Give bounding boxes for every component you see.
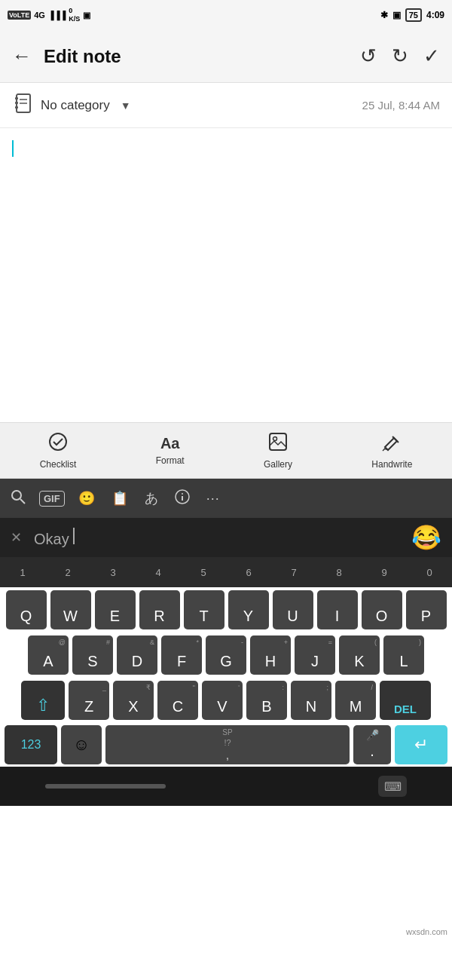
save-button[interactable]: ✓: [423, 44, 440, 68]
key-n[interactable]: ;N: [291, 681, 331, 720]
key-a[interactable]: @A: [28, 635, 69, 675]
notebook-icon: [12, 93, 33, 118]
format-icon: Aa: [160, 435, 180, 452]
period-key[interactable]: 🎤 .: [353, 725, 391, 764]
shift-icon: ⇧: [36, 696, 50, 715]
num-6[interactable]: 6: [226, 567, 271, 578]
key-m[interactable]: /M: [335, 681, 376, 720]
format-button[interactable]: Aa Format: [156, 435, 185, 466]
checklist-button[interactable]: Checklist: [40, 432, 77, 470]
key-l[interactable]: )L: [383, 635, 424, 675]
more-options-icon[interactable]: ···: [203, 488, 223, 510]
key-z[interactable]: _Z: [69, 681, 109, 720]
info-icon[interactable]: [172, 486, 193, 511]
key-f[interactable]: *F: [161, 635, 202, 675]
emoji-key[interactable]: ☺: [61, 725, 102, 764]
page-title: Edit note: [44, 46, 360, 67]
suggestion-cursor: [73, 528, 75, 544]
category-text: No category: [41, 98, 110, 113]
key-g[interactable]: -G: [206, 635, 246, 675]
keyboard-bottom-row: 123 ☺ SP !? , 🎤 . ↵: [0, 723, 452, 767]
key-j[interactable]: =J: [295, 635, 335, 675]
back-button[interactable]: ←: [12, 44, 32, 68]
note-content-area[interactable]: [0, 128, 452, 422]
keyboard-icon: ⌨: [384, 779, 402, 794]
battery-icon: 75: [405, 8, 422, 22]
num-5[interactable]: 5: [181, 567, 226, 578]
num-0[interactable]: 0: [407, 567, 452, 578]
asdf-row: @A #S &D *F -G +H =J (K )L: [0, 632, 452, 678]
gallery-button[interactable]: Gallery: [264, 432, 292, 470]
time-display: 4:09: [426, 10, 444, 20]
key-b[interactable]: :B: [246, 681, 287, 720]
key-r[interactable]: R: [139, 590, 180, 629]
status-left: VoLTE 4G ▐▐▐ 0K/S ▣: [8, 7, 90, 23]
app-bar: ← Edit note ↺ ↻ ✓: [0, 30, 452, 83]
key-k[interactable]: (K: [339, 635, 380, 675]
keyboard-top-row: GIF 🙂 📋 あ ···: [0, 479, 452, 518]
signal-bars: ▐▐▐: [48, 11, 66, 20]
home-indicator[interactable]: [45, 784, 166, 789]
status-bar: VoLTE 4G ▐▐▐ 0K/S ▣ ✱ ▣ 75 4:09: [0, 0, 452, 30]
enter-key[interactable]: ↵: [395, 725, 447, 764]
num-9[interactable]: 9: [362, 567, 407, 578]
emoji-icon: ☺: [73, 735, 90, 755]
key-w[interactable]: W: [50, 590, 91, 629]
key-y[interactable]: Y: [228, 590, 269, 629]
gallery-label: Gallery: [264, 459, 292, 470]
app-bar-actions: ↺ ↻ ✓: [360, 44, 440, 68]
svg-rect-1: [15, 97, 18, 100]
numbers-label: 123: [21, 738, 41, 752]
network-type: 4G: [34, 11, 45, 20]
enter-icon: ↵: [414, 735, 428, 755]
numbers-key[interactable]: 123: [5, 725, 57, 764]
key-i[interactable]: I: [317, 590, 358, 629]
num-1[interactable]: 1: [0, 567, 45, 578]
key-t[interactable]: T: [184, 590, 224, 629]
key-p[interactable]: P: [406, 590, 447, 629]
sticker-icon[interactable]: 🙂: [75, 487, 98, 510]
num-8[interactable]: 8: [316, 567, 362, 578]
suggestion-emoji[interactable]: 😂: [411, 523, 441, 552]
key-d[interactable]: &D: [117, 635, 157, 675]
search-icon[interactable]: [8, 486, 29, 511]
redo-button[interactable]: ↻: [392, 44, 408, 68]
suggestion-close-button[interactable]: ✕: [11, 529, 22, 546]
suggestion-row: ✕ Okay 😂: [0, 518, 452, 557]
svg-point-16: [182, 493, 183, 495]
key-s[interactable]: #S: [72, 635, 113, 675]
num-3[interactable]: 3: [90, 567, 136, 578]
number-row: 1 2 3 4 5 6 7 8 9 0: [0, 557, 452, 587]
num-7[interactable]: 7: [271, 567, 316, 578]
translate-icon[interactable]: あ: [142, 486, 161, 510]
gif-button[interactable]: GIF: [39, 491, 65, 507]
svg-point-12: [12, 491, 21, 500]
checklist-label: Checklist: [40, 459, 77, 470]
keyboard-toggle-button[interactable]: ⌨: [378, 776, 407, 797]
key-o[interactable]: O: [362, 590, 402, 629]
format-label: Format: [156, 455, 185, 466]
undo-button[interactable]: ↺: [360, 44, 377, 68]
key-c[interactable]: "C: [157, 681, 198, 720]
num-2[interactable]: 2: [45, 567, 90, 578]
handwrite-button[interactable]: Handwrite: [371, 432, 412, 470]
category-bar: No category ▼ 25 Jul, 8:44 AM: [0, 83, 452, 128]
svg-rect-2: [15, 102, 18, 104]
shift-key[interactable]: ⇧: [21, 681, 65, 720]
key-u[interactable]: U: [273, 590, 313, 629]
key-e[interactable]: E: [95, 590, 136, 629]
clipboard-icon[interactable]: 📋: [108, 487, 131, 510]
space-label: SP: [222, 728, 232, 737]
key-h[interactable]: +H: [250, 635, 291, 675]
key-x[interactable]: ₹X: [113, 681, 154, 720]
gallery-icon: [268, 432, 288, 456]
volte-indicator: VoLTE: [8, 11, 31, 20]
key-v[interactable]: 'V: [202, 681, 243, 720]
key-q[interactable]: Q: [6, 590, 47, 629]
num-4[interactable]: 4: [136, 567, 181, 578]
svg-rect-7: [270, 433, 286, 450]
screen-record-icon: ▣: [83, 11, 90, 20]
space-key[interactable]: SP !? ,: [105, 725, 350, 764]
delete-key[interactable]: DEL: [380, 681, 431, 720]
category-selector[interactable]: No category ▼: [12, 93, 131, 118]
